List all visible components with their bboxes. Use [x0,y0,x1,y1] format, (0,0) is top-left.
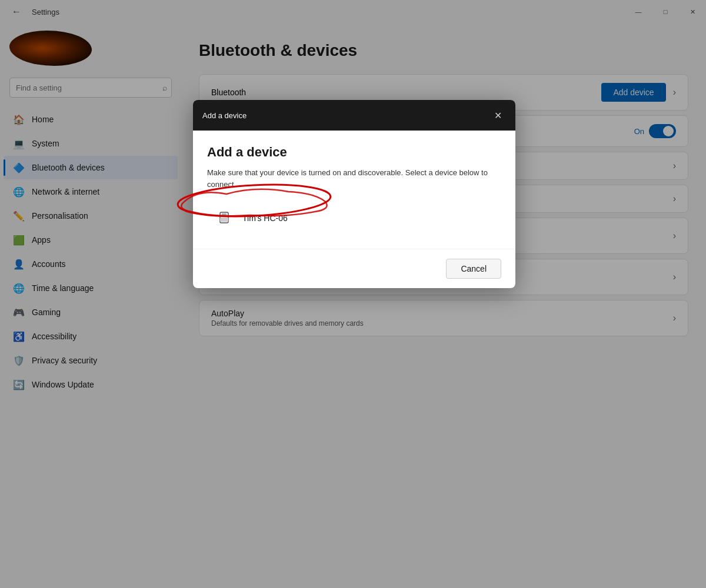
svg-rect-1 [222,213,227,216]
dialog-title: Add a device [207,145,501,160]
svg-rect-2 [220,218,228,222]
cancel-button[interactable]: Cancel [446,259,501,279]
device-item[interactable]: Tim's HC-06 [207,202,501,235]
dialog-description: Make sure that your device is turned on … [207,167,501,190]
dialog-close-button[interactable]: ✕ [489,107,506,123]
device-name: Tim's HC-06 [242,213,288,223]
dialog-footer: Cancel [193,249,515,288]
dialog-titlebar: Add a device ✕ [193,100,515,131]
dialog-body: Add a device Make sure that your device … [193,131,515,249]
dialog-overlay [0,0,706,588]
add-device-dialog: Add a device ✕ Add a device Make sure th… [193,100,515,288]
device-icon [215,209,234,228]
device-list: Tim's HC-06 [207,202,501,235]
dialog-titlebar-text: Add a device [202,111,247,120]
